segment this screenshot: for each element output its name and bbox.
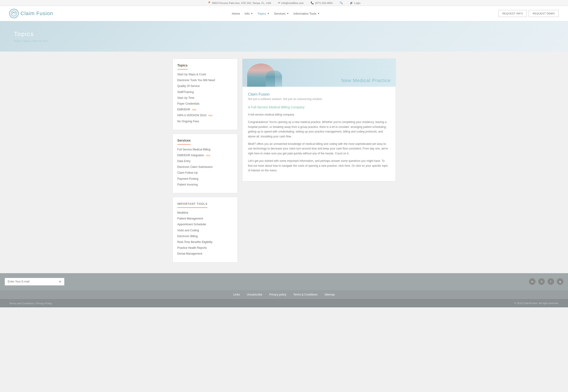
footer-link-terms[interactable]: Terms & Conditions (293, 293, 318, 296)
tool-visits-coding[interactable]: Visits and Coding (177, 229, 199, 232)
list-item: Real-Time Benefits Eligibility (177, 240, 233, 244)
service-patient-invoicing[interactable]: Patient Invoicing (177, 183, 198, 186)
nav-services-link[interactable]: Services (274, 12, 286, 15)
topic-electronic-tools[interactable]: Electronic Tools You Will Need (177, 79, 215, 82)
footer-link-sitemap[interactable]: Sitemap (325, 293, 335, 296)
topic-startup-time[interactable]: Start Up Time (177, 96, 194, 99)
service-electronic-claim[interactable]: Electronic Claim Submission (177, 165, 213, 168)
topic-hipa[interactable]: HIPA A VERSION S010 (177, 114, 207, 117)
topic-emr-ehr[interactable]: EMR/EHR (177, 108, 190, 111)
content-paragraph-4: Let's get you started with some importan… (248, 159, 390, 173)
list-item: Start Up Time (177, 96, 233, 100)
phone-item: 📞 (877) 633-4854 (311, 1, 332, 4)
email-icon: ✉ (278, 1, 280, 4)
list-item: Data Entry (177, 159, 233, 163)
chevron-down-icon: ▼ (251, 12, 253, 15)
nav-topics-link[interactable]: Topics (258, 12, 266, 15)
footer-privacy-link[interactable]: Privacy Policy (36, 302, 52, 305)
logo[interactable]: Claim Fusion (9, 9, 53, 18)
sidebar-services-section: Services Full Service Medical Billing EM… (173, 134, 238, 193)
tool-patient-management[interactable]: Patient Management (177, 217, 203, 220)
breadcrumb: Home / Topics / Start Up Time (14, 40, 554, 42)
list-item: Electronic Tools You Will Need (177, 78, 233, 83)
request-demo-button[interactable]: REQUEST DEMO (529, 10, 559, 17)
footer-bottom: Terms and Conditions | Privacy Policy © … (0, 299, 568, 307)
list-item: Full Service Medical Billing (177, 147, 233, 152)
tool-practice-health[interactable]: Practice Health Reports (177, 246, 207, 250)
instagram-icon[interactable]: ig (557, 278, 563, 285)
tool-electronic-billing[interactable]: Electronic Billing (177, 235, 198, 238)
login-item[interactable]: 🔊 Login (350, 1, 360, 4)
search-icon[interactable]: 🔍 (340, 1, 343, 4)
nav-services[interactable]: Services ▼ (274, 12, 289, 15)
list-item: HIPA A VERSION S010 new (177, 113, 233, 118)
tool-benefits-eligibility[interactable]: Real-Time Benefits Eligibility (177, 240, 213, 244)
sidebar: Topics Start-Up Steps & Costs Electronic… (173, 59, 238, 266)
new-badge: new (206, 154, 210, 157)
footer-email-section: ✉ in 𝕏 f ig (0, 273, 568, 290)
topic-staff-training[interactable]: Staff/Training (177, 90, 194, 94)
request-info-button[interactable]: REQUEST INFO (499, 10, 527, 17)
footer-terms-link[interactable]: Terms and Conditions (9, 302, 34, 305)
service-data-entry[interactable]: Data Entry (177, 159, 191, 163)
list-item: Practice Health Reports (177, 246, 233, 250)
footer-link-links[interactable]: Links (233, 293, 240, 296)
svg-point-0 (11, 11, 17, 16)
topic-startup-steps[interactable]: Start-Up Steps & Costs (177, 73, 206, 76)
services-section-title: Services (177, 139, 191, 145)
nav-information-tools[interactable]: Information Tools ▼ (293, 12, 320, 15)
main-nav: Home Info ▼ Topics ▼ Services ▼ Informat… (232, 12, 320, 15)
email-text: info@meditlive.com (281, 2, 304, 4)
top-bar: 📍 9950 Princess Palm Ave, STE 342, Tampa… (0, 0, 568, 6)
facebook-icon[interactable]: f (548, 278, 554, 285)
content-card: New Medical Practice Claim Fusion Not ju… (242, 59, 396, 181)
chevron-down-icon: ▼ (318, 12, 320, 15)
list-item: EMR/EHR new (177, 107, 233, 112)
new-badge: new (192, 108, 196, 111)
content-image-title: New Medical Practice (337, 74, 395, 87)
service-full-billing[interactable]: Full Service Medical Billing (177, 148, 211, 151)
list-item: No Ongoing Fees (177, 119, 233, 124)
content-tagline: Not just a software solution. Not just a… (248, 98, 390, 101)
nav-info-link[interactable]: Info (245, 12, 250, 15)
topic-no-fees[interactable]: No Ongoing Fees (177, 120, 199, 123)
search-item[interactable]: 🔍 (340, 1, 343, 4)
list-item: Denial Management (177, 252, 233, 256)
services-list: Full Service Medical Billing EMR/EHR Int… (177, 147, 233, 187)
address-item: 📍 9950 Princess Palm Ave, STE 342, Tampa… (208, 1, 271, 4)
footer-link-privacy[interactable]: Privacy policy (269, 293, 286, 296)
service-claim-followup[interactable]: Claim Follow-Up (177, 171, 198, 174)
nav-info-tools-link[interactable]: Information Tools (293, 12, 317, 15)
tool-appointment-scheduler[interactable]: Appointment Scheduler (177, 223, 207, 226)
login-text[interactable]: Login (354, 2, 360, 4)
topic-payer-credentials[interactable]: Payer Credentials (177, 102, 199, 105)
footer-links-section: Links Unsubscribe Privacy policy Terms &… (0, 290, 568, 299)
list-item: Claim Follow-Up (177, 171, 233, 175)
content-brand: Claim Fusion (248, 92, 390, 97)
linkedin-icon[interactable]: in (529, 278, 535, 285)
nav-home-link[interactable]: Home (232, 12, 240, 15)
email-submit-button[interactable]: ✉ (56, 278, 64, 285)
tool-denial-management[interactable]: Denial Management (177, 252, 202, 255)
content-paragraph-2: Congratulations! You're opening up a new… (248, 120, 390, 139)
tool-meditlive[interactable]: Meditlive (177, 211, 188, 214)
list-item: Start-Up Steps & Costs (177, 72, 233, 77)
hero-section: Topics Home / Topics / Start Up Time (0, 21, 568, 52)
list-item: Patient Management (177, 216, 233, 221)
tools-section-title: IMPORTANT TOOLS (177, 202, 208, 208)
main-content: Topics Start-Up Steps & Costs Electronic… (168, 59, 400, 266)
service-payment-posting[interactable]: Payment Posting (177, 177, 199, 181)
nav-topics[interactable]: Topics ▼ (258, 12, 269, 15)
list-item: Electronic Claim Submission (177, 165, 233, 169)
twitter-icon[interactable]: 𝕏 (538, 278, 545, 285)
email-input[interactable] (5, 278, 56, 285)
footer-link-unsubscribe[interactable]: Unsubscribe (247, 293, 262, 296)
service-emr-integration[interactable]: EMR/EHR Integration (177, 154, 204, 157)
content-hero-image: New Medical Practice (242, 59, 395, 87)
sidebar-tools-section: IMPORTANT TOOLS Meditlive Patient Manage… (173, 197, 238, 263)
topic-quality-service[interactable]: Quality Of Service (177, 84, 200, 88)
chevron-down-icon: ▼ (287, 12, 289, 15)
nav-home[interactable]: Home (232, 12, 240, 15)
nav-info[interactable]: Info ▼ (245, 12, 253, 15)
email-item: ✉ info@meditlive.com (278, 1, 304, 4)
